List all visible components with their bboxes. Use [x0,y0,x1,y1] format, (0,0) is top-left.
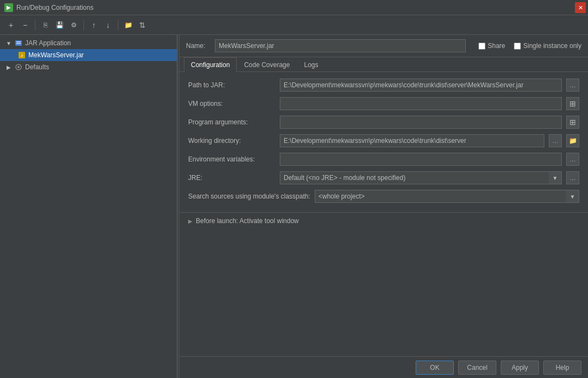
tabs-bar: Configuration Code Coverage Logs [179,57,588,72]
remove-button[interactable]: − [19,19,32,32]
single-instance-checkbox[interactable] [514,43,521,50]
working-directory-folder-button[interactable]: 📁 [566,134,579,147]
environment-variables-label: Environment variables: [188,155,275,163]
defaults-label: Defaults [25,63,49,71]
toolbar-separator-1 [35,20,35,31]
before-launch-expand-icon: ▶ [188,218,193,224]
share-label: Share [488,42,505,50]
toolbar-separator-3 [118,20,118,31]
before-launch-label: Before launch: Activate tool window [196,217,299,225]
form-spacer [179,229,588,356]
program-arguments-expand-button[interactable]: ⊞ [566,116,579,129]
classpath-select[interactable]: <whole project> [315,190,579,203]
program-arguments-row: Program arguments: ⊞ [188,116,579,129]
right-panel: Name: Share Single instance only Configu… [179,35,588,378]
path-to-jar-label: Path to JAR: [188,81,275,89]
tree-item-mekwars-jar[interactable]: J MekWarsServer.jar [0,49,177,61]
move-up-button[interactable]: ↑ [87,19,100,32]
svg-text:J: J [21,54,22,57]
jre-select[interactable]: Default (<no JRE> - module not specified… [280,171,562,184]
defaults-icon [14,63,23,71]
expand-icon-jar-app: ▼ [4,39,13,47]
form-area: Path to JAR: … VM options: ⊞ Program arg… [179,72,588,212]
working-directory-input[interactable] [280,134,544,147]
classpath-select-wrapper: <whole project> ▼ [315,190,579,203]
toolbar: + − ⎘ 💾 ⚙ ↑ ↓ 📁 ⇅ [0,15,588,35]
content-area: ▼ JAR Application J [0,35,588,378]
vm-options-row: VM options: ⊞ [188,97,579,110]
environment-variables-row: Environment variables: … [188,153,579,166]
left-panel: ▼ JAR Application J [0,35,177,378]
mekwars-jar-label: MekWarsServer.jar [28,51,84,59]
path-to-jar-row: Path to JAR: … [188,79,579,92]
jar-file-icon: J [17,51,26,59]
svg-point-6 [17,66,20,68]
jre-select-wrapper: Default (<no JRE> - module not specified… [280,171,562,184]
before-launch-header[interactable]: ▶ Before launch: Activate tool window [188,217,579,225]
vm-options-input[interactable] [280,97,562,110]
jre-browse-button[interactable]: … [566,171,579,184]
path-to-jar-input[interactable] [280,79,562,92]
share-checkbox[interactable] [478,43,485,50]
help-button[interactable]: Help [543,361,581,375]
cancel-button[interactable]: Cancel [458,361,496,375]
jar-app-group-icon [14,39,23,47]
vm-options-label: VM options: [188,100,275,107]
single-instance-label: Single instance only [523,42,581,50]
working-directory-row: Working directory: … 📁 [188,134,579,147]
bottom-bar: OK Cancel Apply Help [179,356,588,378]
jre-label: JRE: [188,174,275,182]
environment-variables-input[interactable] [280,153,562,166]
tab-configuration[interactable]: Configuration [184,57,237,72]
apply-button[interactable]: Apply [501,361,539,375]
toolbar-separator-2 [83,20,84,31]
name-label: Name: [186,42,211,50]
name-input[interactable] [215,39,466,52]
expand-icon-defaults: ▶ [4,63,13,71]
svg-rect-1 [16,41,21,43]
tree-item-jar-app-group[interactable]: ▼ JAR Application [0,37,177,49]
main-container: + − ⎘ 💾 ⚙ ↑ ↓ 📁 ⇅ ▼ JAR [0,15,588,378]
tab-code-coverage[interactable]: Code Coverage [237,57,297,72]
svg-rect-2 [16,43,21,44]
classpath-row: Search sources using module's classpath:… [188,190,579,203]
before-launch-section: ▶ Before launch: Activate tool window [179,212,588,229]
program-arguments-input[interactable] [280,116,562,129]
title-bar-text: Run/Debug Configurations [16,4,93,11]
add-button[interactable]: + [4,19,17,32]
path-to-jar-browse-button[interactable]: … [566,79,579,92]
copy-button[interactable]: ⎘ [39,19,52,32]
move-down-button[interactable]: ↓ [101,19,115,32]
title-bar: ▶ Run/Debug Configurations ✕ [0,0,588,15]
close-button[interactable]: ✕ [575,2,586,13]
sort-button[interactable]: ⇅ [136,19,149,32]
environment-variables-browse-button[interactable]: … [566,153,579,166]
save-button[interactable]: 💾 [53,19,66,32]
working-directory-browse-button[interactable]: … [549,134,562,147]
vm-options-expand-button[interactable]: ⊞ [566,97,579,110]
ok-button[interactable]: OK [416,361,454,375]
jre-row: JRE: Default (<no JRE> - module not spec… [188,171,579,184]
single-instance-checkbox-wrapper: Single instance only [514,42,581,50]
program-arguments-label: Program arguments: [188,118,275,126]
tree-item-defaults[interactable]: ▶ Defaults [0,61,177,73]
jar-app-group-label: JAR Application [25,39,71,47]
tab-logs[interactable]: Logs [297,57,325,72]
folder-button[interactable]: 📁 [122,19,135,32]
working-directory-label: Working directory: [188,137,275,145]
config-button[interactable]: ⚙ [67,19,80,32]
title-bar-icon: ▶ [4,3,13,12]
classpath-label: Search sources using module's classpath: [188,193,310,200]
share-checkbox-wrapper: Share [478,42,505,50]
share-area: Share Single instance only [478,42,581,50]
name-row: Name: Share Single instance only [179,35,588,57]
